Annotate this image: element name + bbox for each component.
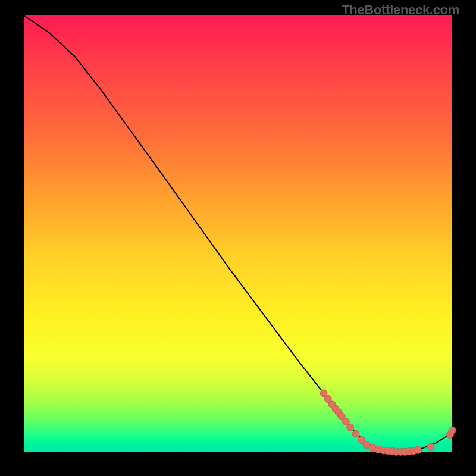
plot-area [24, 15, 452, 452]
chart-frame: TheBottleneck.com [0, 0, 476, 476]
watermark-text: TheBottleneck.com [342, 2, 459, 18]
